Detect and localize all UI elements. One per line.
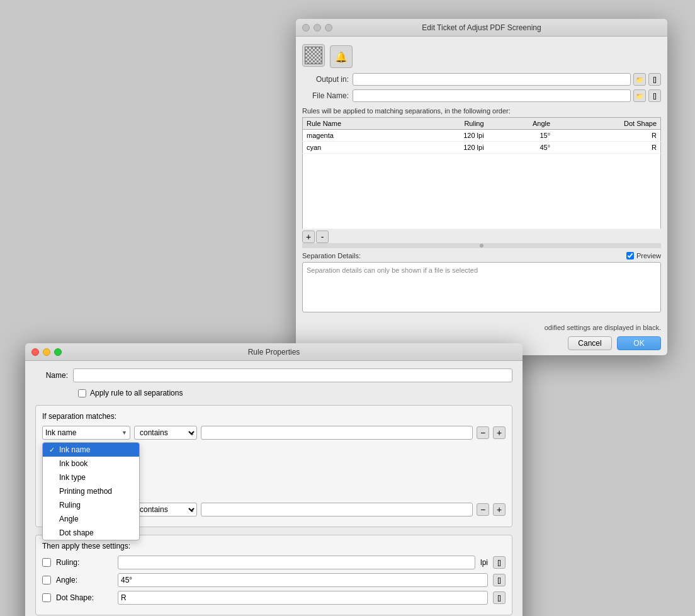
preview-checkbox[interactable]	[626, 252, 634, 260]
output-in-folder-button[interactable]: 📁	[633, 73, 646, 86]
file-name-bracket-button[interactable]: []	[648, 89, 661, 102]
dropdown-item-label: Ruling	[59, 501, 81, 510]
dropdown-item-ink-name[interactable]: ✓ Ink name	[43, 443, 139, 457]
checkerboard-icon	[305, 47, 322, 64]
ok-button[interactable]: OK	[617, 336, 661, 350]
ruling-bracket-button[interactable]: []	[493, 556, 506, 569]
file-name-folder-button[interactable]: 📁	[633, 89, 646, 102]
sep-details-box: Separation details can only be shown if …	[302, 262, 661, 312]
name-input[interactable]	[73, 368, 512, 382]
ruling-checkbox[interactable]	[42, 558, 51, 567]
file-name-input[interactable]	[353, 89, 631, 102]
output-in-row: Output in: 📁 []	[302, 73, 661, 86]
match-text-input-2[interactable]	[201, 503, 473, 516]
ruling-cell: 120 lpi	[414, 142, 488, 154]
rules-section: Rules will be applied to matching separa…	[302, 107, 661, 248]
angle-checkbox[interactable]	[42, 576, 51, 585]
dropdown-item-dot-shape[interactable]: Dot shape	[43, 526, 139, 540]
scroll-indicator	[302, 243, 661, 248]
bell-icon: 🔔	[335, 51, 348, 63]
dropdown-item-angle[interactable]: Angle	[43, 512, 139, 526]
table-row[interactable]: magenta 120 lpi 15° R	[303, 130, 661, 142]
ruling-input[interactable]	[118, 556, 475, 569]
rule-props-title: Rule Properties	[248, 348, 300, 356]
rule-props-window: Rule Properties Name: Apply rule to all …	[25, 343, 523, 616]
contains-dropdown-wrapper-2: contains	[134, 503, 197, 516]
matches-section: If separation matches: Ink name ▼ contai…	[35, 405, 512, 527]
sep-details-title: Separation Details:	[302, 252, 361, 260]
close-button[interactable]	[302, 24, 310, 31]
ruling-row: Ruling: lpi []	[42, 556, 506, 569]
maximize-button[interactable]	[54, 348, 62, 356]
angle-input[interactable]	[118, 573, 488, 587]
angle-header: Angle	[488, 118, 554, 130]
edit-ticket-titlebar: Edit Ticket of Adjust PDF Screening	[296, 19, 667, 37]
add-match-2-button[interactable]: +	[493, 503, 506, 516]
dot-shape-header: Dot Shape	[554, 118, 660, 130]
bottom-note: odified settings are displayed in black.	[296, 324, 667, 331]
ink-dropdown-overlay: ✓ Ink name Ink book Ink type Printing me…	[42, 442, 140, 540]
close-button[interactable]	[31, 348, 39, 356]
ruling-label: Ruling:	[56, 558, 113, 567]
table-controls: + -	[302, 231, 661, 243]
contains-dropdown-wrapper: contains	[134, 426, 197, 440]
file-name-input-row: 📁 []	[353, 89, 661, 102]
dropdown-item-label: Ink type	[59, 473, 86, 482]
sep-details-placeholder: Separation details can only be shown if …	[307, 266, 478, 274]
angle-label: Angle:	[56, 576, 113, 585]
angle-row: Angle: []	[42, 573, 506, 587]
settings-section: Then apply these settings: Ruling: lpi […	[35, 535, 512, 615]
angle-bracket-button[interactable]: []	[493, 574, 506, 586]
check-icon: ✓	[49, 446, 57, 454]
output-in-input[interactable]	[353, 73, 631, 86]
rule-name-header: Rule Name	[303, 118, 414, 130]
rules-table: Rule Name Ruling Angle Dot Shape magenta…	[302, 117, 661, 229]
angle-cell: 45°	[488, 142, 554, 154]
name-label: Name:	[35, 371, 73, 380]
sep-details-header: Separation Details: Preview	[302, 252, 661, 260]
apply-all-checkbox[interactable]	[78, 389, 86, 397]
output-in-bracket-button[interactable]: []	[648, 73, 661, 86]
checkerboard-icon-button[interactable]	[302, 44, 325, 67]
add-rule-button[interactable]: +	[302, 231, 315, 243]
rule-props-body: Name: Apply rule to all separations If s…	[25, 361, 523, 616]
dropdown-item-ink-type[interactable]: Ink type	[43, 471, 139, 484]
dot-shape-row: Dot Shape: []	[42, 591, 506, 605]
output-in-input-row: 📁 []	[353, 73, 661, 86]
select-arrow-icon: ▼	[121, 430, 127, 436]
separation-details-section: Separation Details: Preview Separation d…	[302, 252, 661, 312]
dropdown-item-printing-method[interactable]: Printing method	[43, 484, 139, 498]
dropdown-item-label: Ink book	[59, 459, 88, 468]
name-row: Name:	[35, 368, 512, 382]
match-text-input-1[interactable]	[201, 426, 473, 440]
preview-label: Preview	[636, 252, 661, 260]
minimize-button[interactable]	[43, 348, 50, 356]
contains-select-1[interactable]: contains	[134, 426, 197, 440]
contains-select-2[interactable]: contains	[134, 503, 197, 516]
ink-name-select-label: Ink name	[45, 428, 76, 437]
remove-match-2-button[interactable]: −	[477, 503, 489, 516]
preview-row: Preview	[626, 252, 661, 260]
maximize-button[interactable]	[325, 24, 332, 31]
remove-rule-button[interactable]: -	[316, 231, 329, 243]
dot-shape-input[interactable]	[118, 591, 488, 605]
dropdown-item-ink-book[interactable]: Ink book	[43, 457, 139, 471]
edit-ticket-window: Edit Ticket of Adjust PDF Screening 🔔 Ou…	[296, 19, 667, 355]
remove-match-1-button[interactable]: −	[477, 426, 489, 439]
add-match-1-button[interactable]: +	[493, 426, 506, 439]
dot-shape-bracket-button[interactable]: []	[493, 591, 506, 604]
table-row[interactable]: cyan 120 lpi 45° R	[303, 142, 661, 154]
cancel-button[interactable]: Cancel	[568, 336, 612, 350]
apply-label: Apply rule to all separations	[90, 389, 183, 397]
dot-shape-cell: R	[554, 130, 660, 142]
ruling-header: Ruling	[414, 118, 488, 130]
settings-title: Then apply these settings:	[42, 542, 506, 550]
file-name-row: File Name: 📁 []	[302, 89, 661, 102]
dropdown-item-ruling[interactable]: Ruling	[43, 498, 139, 512]
dot-shape-checkbox[interactable]	[42, 593, 51, 602]
ink-name-select[interactable]: Ink name ▼	[42, 426, 130, 440]
bell-icon-button[interactable]: 🔔	[330, 45, 353, 68]
edit-ticket-title: Edit Ticket of Adjust PDF Screening	[422, 23, 541, 32]
minimize-button[interactable]	[314, 24, 321, 31]
dot-shape-cell: R	[554, 142, 660, 154]
